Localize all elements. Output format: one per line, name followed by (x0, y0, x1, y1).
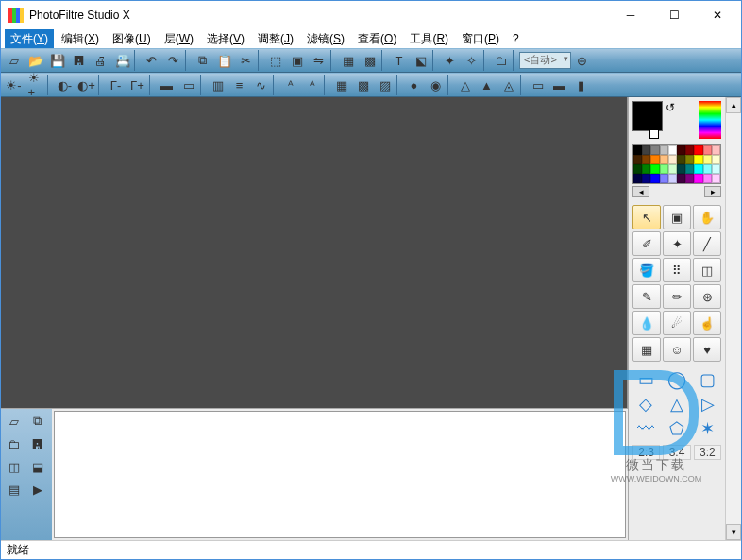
hand-tool[interactable]: ✋ (693, 205, 721, 229)
sat-plus-button[interactable]: ▭ (177, 75, 199, 95)
background-color[interactable] (649, 129, 659, 139)
open-button[interactable]: 📂 (25, 50, 46, 71)
swatch[interactable] (650, 174, 659, 183)
smudge-tool[interactable]: ☄ (663, 311, 691, 335)
shape-polygon[interactable]: ⬠ (664, 418, 691, 439)
brush-tool[interactable]: ✎ (632, 284, 661, 309)
contrast-minus-button[interactable]: ◐- (54, 75, 76, 95)
close-button[interactable]: ✕ (696, 1, 739, 29)
channels-button[interactable]: ▩ (359, 50, 380, 71)
sharpen2-button[interactable]: ▲ (476, 75, 497, 95)
zoom-dropdown[interactable]: <自动> (519, 52, 571, 69)
gamma-minus-button[interactable]: Γ- (105, 75, 126, 95)
layer-play-button[interactable]: ▶ (26, 479, 48, 500)
layer-folder-button[interactable]: 🗀 (3, 433, 25, 454)
swatch[interactable] (703, 164, 712, 174)
swatch[interactable] (712, 164, 720, 174)
layer-merge-button[interactable]: ⬓ (26, 456, 48, 477)
undo-button[interactable]: ↶ (141, 50, 162, 71)
histogram-button[interactable]: ▥ (207, 75, 228, 95)
swatch[interactable] (694, 174, 702, 183)
transform-button[interactable]: ⬕ (410, 50, 431, 71)
swatch[interactable] (712, 155, 720, 164)
swatch[interactable] (650, 145, 659, 155)
menu-层[interactable]: 层(W) (159, 29, 199, 49)
copy-button[interactable]: ⧉ (192, 50, 213, 71)
swatch[interactable] (633, 145, 642, 155)
shape-triangle[interactable]: △ (664, 394, 691, 415)
color-spectrum[interactable] (699, 101, 721, 139)
menu-调整[interactable]: 调整(J) (252, 29, 299, 49)
auto2-button[interactable]: ᴬ (301, 75, 323, 95)
browse-button[interactable]: 🗀 (490, 50, 512, 71)
minimize-button[interactable]: ─ (609, 1, 652, 29)
line-tool[interactable]: ╱ (693, 231, 721, 256)
swatch[interactable] (650, 164, 659, 174)
text-button[interactable]: T (388, 50, 410, 71)
menu-查看[interactable]: 查看(O) (352, 29, 402, 49)
menu-选择[interactable]: 选择(V) (201, 29, 250, 49)
swatch[interactable] (677, 164, 685, 174)
menu-编辑[interactable]: 编辑(X) (56, 29, 105, 49)
print-button[interactable]: 🖨 (90, 50, 111, 71)
swatch[interactable] (642, 164, 650, 174)
eyedropper-tool[interactable]: ✐ (632, 231, 661, 256)
sharpen1-button[interactable]: △ (454, 75, 476, 95)
grid3-button[interactable]: ▨ (374, 75, 396, 95)
swatch[interactable] (642, 174, 650, 183)
contrast-plus-button[interactable]: ◐+ (76, 75, 97, 95)
shape-triangle-r[interactable]: ▷ (694, 394, 721, 415)
flip-h-button[interactable]: ⇋ (308, 50, 329, 71)
menu-工具[interactable]: 工具(R) (404, 29, 454, 49)
shape-diamond[interactable]: ◇ (632, 394, 660, 415)
ratio-3:4[interactable]: 3:4 (663, 445, 690, 460)
swatch[interactable] (703, 145, 712, 155)
menu-图像[interactable]: 图像(U) (107, 29, 157, 49)
layer-thumbnails[interactable] (54, 411, 626, 538)
swatch[interactable] (660, 174, 668, 183)
grid1-button[interactable]: ▦ (330, 75, 352, 95)
bright-plus-button[interactable]: ☀+ (25, 75, 46, 95)
eraser-tool[interactable]: ◫ (693, 258, 721, 282)
swatch[interactable] (694, 155, 702, 164)
grid2-button[interactable]: ▩ (352, 75, 374, 95)
menu-?[interactable]: ? (507, 30, 525, 47)
swatch[interactable] (642, 155, 650, 164)
swatch[interactable] (677, 174, 685, 183)
shape-rounded[interactable]: ▢ (694, 369, 721, 390)
swatch[interactable] (694, 145, 702, 155)
palette-prev[interactable]: ◂ (632, 186, 649, 197)
gamma-plus-button[interactable]: Γ+ (126, 75, 148, 95)
plugin1-button[interactable]: ✦ (439, 50, 461, 71)
plugin2-button[interactable]: ✧ (461, 50, 482, 71)
blur-tool-tool[interactable]: 💧 (632, 311, 661, 335)
clone-tool[interactable]: ⊛ (693, 284, 721, 309)
layer-mask-button[interactable]: ◫ (3, 456, 25, 477)
palette-next[interactable]: ▸ (704, 186, 721, 197)
scroll-down-icon[interactable]: ▾ (726, 524, 741, 540)
swap-colors-icon[interactable]: ↺ (663, 101, 678, 139)
swatch[interactable] (633, 174, 642, 183)
fx1-button[interactable]: ▭ (527, 75, 548, 95)
swatch[interactable] (668, 164, 677, 174)
swatch[interactable] (668, 145, 677, 155)
save-button[interactable]: 💾 (46, 50, 68, 71)
menu-滤镜[interactable]: 滤镜(S) (301, 29, 350, 49)
crop-tool-tool[interactable]: ▣ (663, 205, 691, 229)
foreground-color[interactable] (632, 101, 663, 131)
swatch[interactable] (668, 174, 677, 183)
spray-tool[interactable]: ⠿ (663, 258, 691, 282)
curves-button[interactable]: ∿ (250, 75, 272, 95)
save-as-button[interactable]: 🖪 (68, 50, 90, 71)
pointer-tool[interactable]: ↖ (632, 205, 661, 229)
canvas-workspace[interactable] (1, 97, 628, 408)
fx2-button[interactable]: ▬ (548, 75, 570, 95)
layer-new-button[interactable]: ▱ (3, 411, 25, 432)
shape-ellipse[interactable]: ◯ (664, 369, 691, 390)
swatch[interactable] (668, 155, 677, 164)
pattern-tool[interactable]: ▦ (632, 337, 661, 362)
bright-minus-button[interactable]: ☀- (3, 75, 25, 95)
shape-lasso[interactable]: 〰 (632, 418, 660, 439)
swatch[interactable] (660, 164, 668, 174)
redo-button[interactable]: ↷ (162, 50, 184, 71)
